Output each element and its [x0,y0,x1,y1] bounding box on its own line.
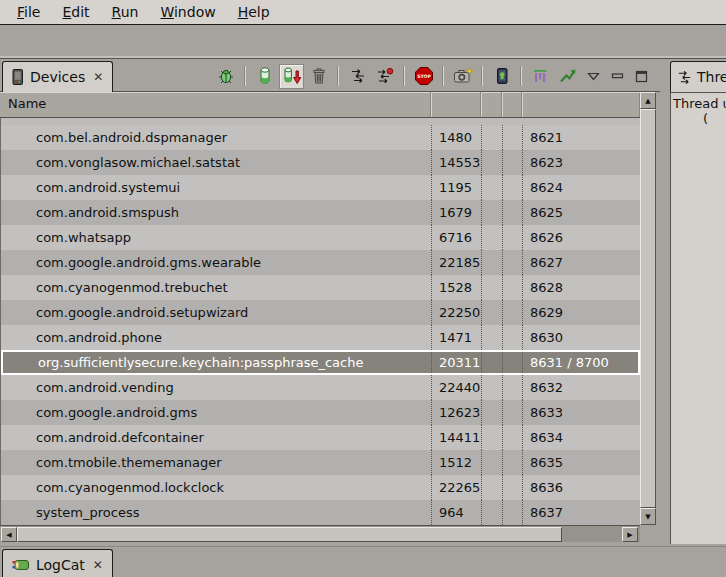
capture-device-view-button[interactable] [489,64,514,89]
menu-help[interactable]: Help [229,2,279,22]
table-row[interactable]: com.google.android.gms.wearable221858627 [1,250,640,275]
table-cell [481,225,502,250]
devices-panel: Devices ✕ [0,59,660,546]
menu-edit-mnemonic: E [62,4,71,20]
table-cell: 8636 [522,475,640,500]
table-cell [481,175,502,200]
logcat-icon [12,558,30,572]
table-cell: 8628 [522,275,640,300]
cause-gc-button[interactable] [306,64,331,89]
table-row[interactable]: com.android.defcontainer144118634 [1,425,640,450]
screen-capture-button[interactable] [450,64,475,89]
table-row[interactable]: com.google.android.gms126238633 [1,400,640,425]
debug-process-button[interactable] [213,64,238,89]
partial-row [1,118,640,125]
table-cell: 1195 [431,175,481,200]
tab-devices[interactable]: Devices ✕ [2,61,113,92]
table-cell: com.vonglasow.michael.satstat [1,150,431,175]
menu-help-rest: elp [248,4,269,20]
stop-process-button[interactable]: STOP [411,64,436,89]
table-row[interactable]: com.android.systemui11958624 [1,175,640,200]
dump-hprof-button[interactable] [279,64,304,89]
table-header: Name [0,92,640,118]
tab-devices-close-icon[interactable]: ✕ [93,70,103,84]
table-row[interactable]: com.android.smspush16798625 [1,200,640,225]
column-header-4[interactable] [501,92,521,117]
profiling-icon [376,68,394,84]
update-threads-button[interactable] [345,64,370,89]
menu-file-rest: ile [24,4,40,20]
view-menu-button[interactable] [582,65,604,87]
tab-logcat-close-icon[interactable]: ✕ [93,558,103,572]
table-row[interactable]: com.cyanogenmod.lockclock222658636 [1,475,640,500]
threads-icon [350,68,366,84]
table-row[interactable]: com.google.android.setupwizard222508629 [1,300,640,325]
systrace-button[interactable] [555,64,580,89]
table-cell: com.cyanogenmod.lockclock [1,475,431,500]
table-cell [481,300,502,325]
menu-window[interactable]: Window [151,2,224,22]
table-cell [502,352,522,373]
table-row[interactable]: com.whatsapp67168626 [1,225,640,250]
camera-icon [453,67,473,85]
toolbar-strip [0,25,726,59]
table-row[interactable]: system_process9648637 [1,500,640,525]
vertical-scrollbar[interactable]: ▲ ▼ [640,92,656,525]
horizontal-scrollbar[interactable]: ◀ ▶ [0,525,640,542]
table-cell: 8634 [522,425,640,450]
threads-message-line1: Thread up [671,96,726,111]
table-cell [502,150,522,175]
table-cell: 1679 [431,200,481,225]
scroll-up-button[interactable]: ▲ [640,92,656,109]
trash-icon [311,67,327,85]
column-header-pid[interactable] [430,92,480,117]
table-cell [481,400,502,425]
bottom-bar: LogCat ✕ [0,546,726,577]
table-row[interactable]: com.vonglasow.michael.satstat145538623 [1,150,640,175]
column-header-name[interactable]: Name [0,92,430,117]
minimize-button[interactable] [606,65,628,87]
scroll-left-button[interactable]: ◀ [1,527,17,542]
panel-sash[interactable] [660,59,670,546]
table-row[interactable]: com.android.phone14718630 [1,325,640,350]
tab-logcat[interactable]: LogCat ✕ [2,549,113,577]
table-row[interactable]: com.cyanogenmod.trebuchet15288628 [1,275,640,300]
menu-file[interactable]: File [8,2,49,22]
table-cell [502,425,522,450]
table-cell [502,125,522,150]
table-cell: 22185 [431,250,481,275]
scroll-right-button[interactable]: ▶ [622,527,638,542]
table-row[interactable]: com.bel.android.dspmanager14808621 [1,125,640,150]
table-cell: 8637 [522,500,640,525]
table-cell: 20311 [431,352,481,373]
maximize-icon [635,70,648,83]
table-cell: 6716 [431,225,481,250]
scroll-down-button[interactable]: ▼ [640,508,656,525]
maximize-button[interactable] [630,65,652,87]
stop-label: STOP [417,74,431,79]
update-heap-button[interactable] [252,64,277,89]
menu-bar: File Edit Run Window Help [0,0,726,25]
scroll-down-icon: ▼ [645,513,650,521]
column-header-3[interactable] [480,92,501,117]
phone-icon [12,69,24,85]
table-cell [502,475,522,500]
column-header-port[interactable] [521,92,640,117]
table-row[interactable]: com.android.vending224408632 [1,375,640,400]
table-cell: com.google.android.gms.wearable [1,250,431,275]
table-cell: com.android.defcontainer [1,425,431,450]
method-profiling-button[interactable] [372,64,397,89]
table-row[interactable]: org.sufficientlysecure.keychain:passphra… [1,350,640,375]
table-cell [481,375,502,400]
horizontal-scrollbar-thumb[interactable] [17,527,562,542]
table-row[interactable]: com.tmobile.thememanager15128635 [1,450,640,475]
table-cell [502,325,522,350]
dump-view-hierarchy-button[interactable] [528,64,553,89]
table-cell [502,275,522,300]
vertical-scrollbar-thumb[interactable] [640,109,656,508]
tab-threads[interactable]: Threads [670,61,726,92]
menu-edit[interactable]: Edit [53,2,98,22]
table-cell: 8633 [522,400,640,425]
menu-run[interactable]: Run [103,2,148,22]
table-cell: 8635 [522,450,640,475]
